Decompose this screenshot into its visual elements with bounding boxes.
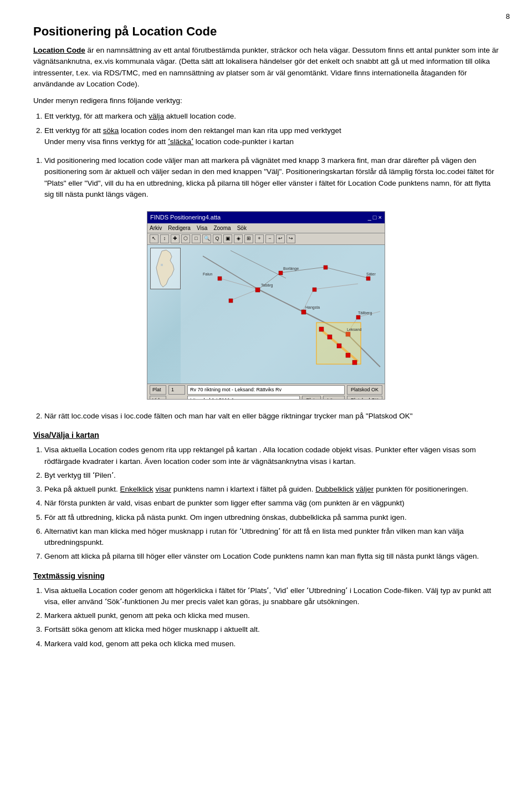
toolbar-btn-3[interactable]: ✚: [171, 234, 180, 243]
map-plats-btn[interactable]: Plats: [302, 396, 321, 400]
textmassig-item4: Markera vald kod, genom att peka och kli…: [44, 638, 499, 650]
visa-valja-item6: Alternativt kan man klicka med höger mus…: [44, 526, 499, 549]
positioning-item2: När rätt loc.code visas i loc.code fälte…: [44, 411, 499, 422]
map-platskod-btn[interactable]: Platskod OK: [347, 385, 382, 395]
toolbar-btn-12[interactable]: −: [265, 234, 274, 243]
menu-tools-item1: Ett verktyg, för att markera och välja a…: [44, 111, 499, 122]
textmassig-item3: Fortsätt söka genom att klicka med höger…: [44, 624, 499, 635]
map-vid-label: Vid: [150, 396, 166, 400]
menu-tools-list: Ett verktyg, för att markera och välja a…: [44, 111, 499, 147]
map-plat-field[interactable]: Rv 70 riktning mot - Leksand: Rättviks R…: [187, 385, 345, 395]
visa-valja-item1: Visa aktuella Location codes genom rita …: [44, 444, 499, 467]
positioning-item1: Vid positionering med location code välj…: [44, 155, 499, 200]
visa-valja-item7: Genom att klicka på pilarna till höger e…: [44, 551, 499, 562]
svg-rect-24: [218, 277, 222, 280]
toolbar-btn-10[interactable]: ⊞: [244, 234, 253, 243]
svg-rect-23: [229, 299, 233, 303]
map-bottom-panel: Plat 1 Rv 70 riktning mot - Leksand: Rät…: [147, 384, 385, 400]
svg-text:Leksand: Leksand: [347, 328, 362, 331]
svg-rect-31: [346, 353, 350, 357]
toolbar-btn-1[interactable]: ↖: [150, 234, 158, 243]
svg-rect-18: [301, 310, 306, 314]
map-plat-num: 1: [168, 385, 185, 395]
map-title-bar: FINDS Positionering4.atta _ □ ×: [147, 212, 385, 223]
toolbar-btn-4[interactable]: ⬡: [181, 234, 190, 243]
map-plat-label: Plat: [150, 385, 166, 395]
menu-tools-intro: Under menyn redigera finns följande verk…: [33, 95, 499, 106]
visa-valja-item5: För att få utbredning, klicka på nästa p…: [44, 512, 499, 523]
toolbar-btn-14[interactable]: ↪: [287, 234, 295, 243]
menu-tools-item2: Ett verktyg för att söka location codes …: [44, 125, 499, 148]
intro-p1: Location Code är en namnsättning av ett …: [33, 45, 499, 90]
svg-rect-28: [319, 327, 324, 331]
visa-valja-item4: När första punkten är vald, visas enbart…: [44, 498, 499, 509]
toolbar-btn-5[interactable]: □: [192, 234, 201, 243]
textmassig-list: Visa aktuella Location coder genom att h…: [44, 585, 499, 650]
positioning-list: Vid positionering med location code välj…: [44, 155, 499, 200]
toolbar-btn-7[interactable]: Q: [213, 234, 222, 243]
intro-block: Location Code är en namnsättning av ett …: [33, 45, 499, 90]
visa-valja-list: Visa aktuella Location codes genom rita …: [44, 444, 499, 562]
svg-text:Hangsta: Hangsta: [305, 305, 320, 310]
svg-rect-20: [279, 271, 283, 275]
page-title: Positionering på Location Code: [33, 22, 499, 40]
map-platskod2-btn[interactable]: Platskod OK: [347, 396, 382, 400]
svg-text:Tällberg: Tällberg: [358, 311, 372, 315]
svg-rect-30: [337, 344, 341, 348]
menu-tools-section: Under menyn redigera finns följande verk…: [33, 95, 499, 147]
visa-valja-item2: Byt verktyg till ʻPilenʼ.: [44, 470, 499, 481]
visa-valja-item3: Peka på aktuell punkt. Enkelklick visar …: [44, 484, 499, 495]
svg-rect-21: [324, 265, 328, 269]
svg-text:Borlänge: Borlänge: [283, 267, 299, 271]
map-vid-field[interactable]: Längsled 1-L5111 1: [187, 396, 300, 400]
map-roads-svg: Tabärg Hangsta Borlänge Falun Leksand Tä…: [147, 245, 385, 384]
visa-valja-title: Visa/Välja i kartan: [33, 430, 499, 441]
positioning-section: Vid positionering med location code välj…: [33, 155, 499, 200]
textmassig-item1: Visa aktuella Location coder genom att h…: [44, 585, 499, 608]
svg-rect-17: [255, 288, 260, 292]
toolbar-btn-6[interactable]: 🔍: [202, 234, 211, 243]
map-title: FINDS Positionering4.atta: [150, 213, 221, 222]
map-bottom-row1: Plat 1 Rv 70 riktning mot - Leksand: Rät…: [150, 385, 382, 395]
textmassig-title: Textmässig visning: [33, 570, 499, 582]
textmassig-item2: Markera aktuell punkt, genom att peka oc…: [44, 610, 499, 621]
map-bottom-row2: Vid Längsled 1-L5111 1 Plats Längs Plats…: [150, 396, 382, 400]
map-window: FINDS Positionering4.atta _ □ × Arkiv Re…: [147, 211, 385, 400]
positioning-item2-block: När rätt loc.code visas i loc.code fälte…: [33, 411, 499, 422]
toolbar-btn-13[interactable]: ↩: [276, 234, 285, 243]
svg-text:Falun: Falun: [203, 272, 213, 276]
toolbar-btn-8[interactable]: ▣: [223, 234, 232, 243]
page-number: 8: [506, 11, 510, 22]
svg-rect-22: [313, 288, 316, 292]
svg-rect-32: [352, 360, 357, 365]
toolbar-btn-2[interactable]: ↕: [160, 234, 169, 243]
svg-text:Tabärg: Tabärg: [261, 283, 273, 288]
map-langs-btn[interactable]: Längs: [323, 396, 345, 400]
toolbar-btn-9[interactable]: ◈: [234, 234, 243, 243]
positioning-list2: När rätt loc.code visas i loc.code fälte…: [44, 411, 499, 422]
visa-valja-section: Visa/Välja i kartan Visa aktuella Locati…: [33, 430, 499, 562]
map-window-controls: _ □ ×: [368, 213, 382, 222]
map-content: Tabärg Hangsta Borlänge Falun Leksand Tä…: [147, 245, 385, 384]
svg-rect-25: [356, 315, 360, 319]
svg-rect-29: [328, 335, 332, 339]
textmassig-section: Textmässig visning Visa aktuella Locatio…: [33, 570, 499, 650]
toolbar-btn-11[interactable]: +: [255, 234, 264, 243]
map-toolbar: ↖ ↕ ✚ ⬡ □ 🔍 Q ▣ ◈ ⊞ + − ↩ ↪: [147, 233, 385, 245]
svg-rect-26: [366, 277, 370, 280]
map-menu-bar: Arkiv Redigera Visa Zooma Sök: [147, 223, 385, 233]
svg-text:Säter: Säter: [366, 272, 376, 276]
